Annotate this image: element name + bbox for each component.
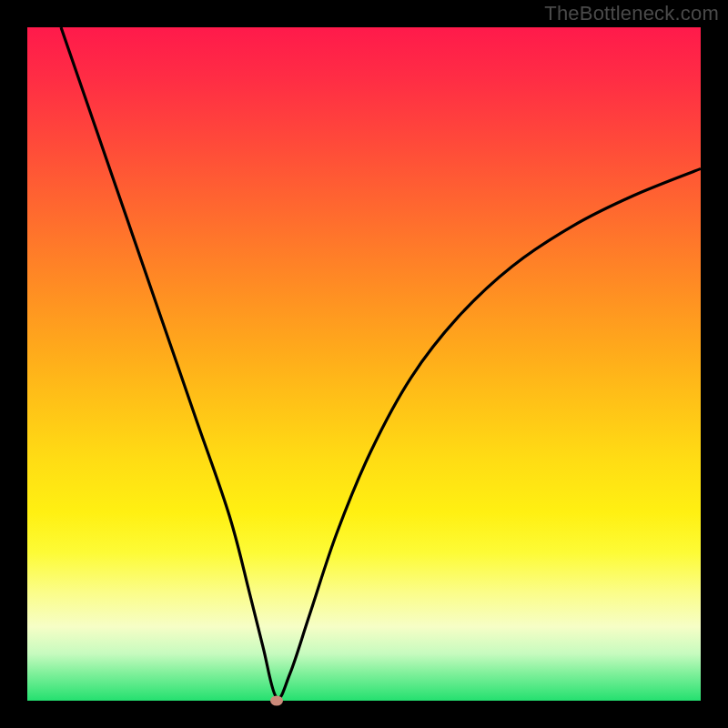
bottleneck-curve xyxy=(27,27,701,701)
chart-frame: TheBottleneck.com xyxy=(0,0,728,728)
plot-area xyxy=(27,27,701,701)
optimal-point-marker xyxy=(270,696,283,706)
watermark-text: TheBottleneck.com xyxy=(544,2,719,25)
